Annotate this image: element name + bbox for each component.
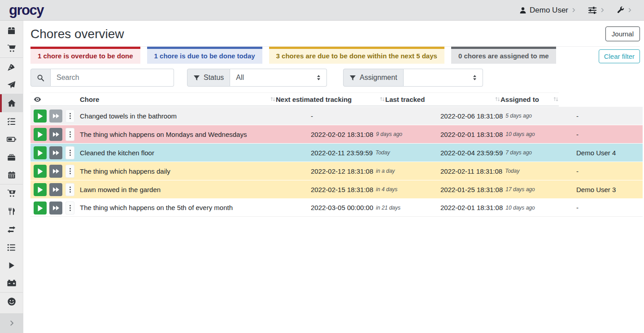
table-row: Lawn mowed in the garden 2022-02-15 18:3… xyxy=(30,180,643,198)
sidebar-item-purchase[interactable] xyxy=(0,184,23,202)
toolbox-icon xyxy=(7,153,16,162)
last-tracked-value: 2022-02-01 18:31:08 xyxy=(440,204,503,211)
chevron-right-icon xyxy=(571,8,576,13)
track-chore-button[interactable] xyxy=(34,165,47,178)
table-row: The thing which happens daily 2022-02-12… xyxy=(30,162,643,180)
sidebar-item-user-dashboard[interactable] xyxy=(0,293,23,311)
table-header: Chore Next estimated tracking Last track… xyxy=(30,92,559,106)
banner-due-soon[interactable]: 3 chores are due to be done within the n… xyxy=(269,47,444,64)
banner-overdue[interactable]: 1 chore is overdue to be done xyxy=(30,47,140,64)
last-tracked-value: 2022-02-06 18:31:08 xyxy=(440,112,503,120)
sidebar-item-tasks[interactable] xyxy=(0,112,23,130)
row-menu-button[interactable] xyxy=(65,165,74,178)
clear-filter-button[interactable]: Clear filter xyxy=(599,49,640,63)
sliders-icon xyxy=(588,6,597,15)
chore-name[interactable]: The thing which happens on the 5th of ev… xyxy=(80,199,233,216)
last-tracked-relative: 5 days ago xyxy=(505,113,532,119)
assigned-to-value: - xyxy=(576,107,579,125)
assigned-to-value: - xyxy=(576,162,579,180)
chevron-right-icon xyxy=(9,320,15,326)
assignment-select[interactable] xyxy=(404,69,483,87)
skip-chore-button[interactable] xyxy=(49,183,62,196)
track-chore-button[interactable] xyxy=(34,202,47,215)
sidebar-item-battery-tracking[interactable] xyxy=(0,274,23,292)
chore-name[interactable]: Changed towels in the bathroom xyxy=(80,107,177,125)
status-filter-label-box: Status xyxy=(187,69,230,87)
skip-chore-button[interactable] xyxy=(49,146,62,159)
paper-plane-icon xyxy=(7,81,16,89)
assignment-filter-label: Assignment xyxy=(360,74,397,82)
chore-name[interactable]: The thing which happens on Mondays and W… xyxy=(80,125,247,143)
eye-icon xyxy=(34,96,41,103)
next-tracking-value: 2022-02-11 23:59:59 xyxy=(311,149,373,157)
status-select[interactable]: All xyxy=(230,69,327,87)
skip-chore-button[interactable] xyxy=(49,110,62,123)
assigned-to-value: Demo User 4 xyxy=(576,144,616,162)
search-input[interactable] xyxy=(51,69,174,87)
banner-assigned-to-me[interactable]: 0 chores are assigned to me xyxy=(451,47,556,64)
row-menu-button[interactable] xyxy=(65,202,74,215)
banner-due-today[interactable]: 1 chore is due to be done today xyxy=(147,47,262,64)
settings-menu[interactable] xyxy=(588,6,605,15)
skip-chore-button[interactable] xyxy=(49,202,62,215)
row-menu-button[interactable] xyxy=(65,110,74,123)
sidebar-item-calendar[interactable] xyxy=(0,166,23,184)
car-battery-icon xyxy=(7,279,16,288)
chore-name[interactable]: Lawn mowed in the garden xyxy=(80,180,161,198)
assignment-filter-label-box: Assignment xyxy=(343,69,404,87)
sidebar-item-shopping-list[interactable] xyxy=(0,39,23,57)
sidebar-item-consume[interactable] xyxy=(0,202,23,220)
skip-chore-button[interactable] xyxy=(49,128,62,141)
status-banners: 1 chore is overdue to be done 1 chore is… xyxy=(30,47,640,64)
header-last-tracked[interactable]: Last tracked xyxy=(385,93,500,105)
column-visibility-button[interactable] xyxy=(34,93,44,105)
table-row: Cleaned the kitchen floor 2022-02-11 23:… xyxy=(30,143,643,162)
row-menu-button[interactable] xyxy=(65,146,74,159)
home-icon xyxy=(7,99,16,108)
track-chore-button[interactable] xyxy=(34,146,47,159)
chore-name[interactable]: The thing which happens daily xyxy=(80,162,170,180)
next-tracking-value: 2022-02-02 18:31:08 xyxy=(311,131,373,138)
header-next-estimated-tracking[interactable]: Next estimated tracking xyxy=(276,93,385,105)
grocy-logo[interactable]: grocy xyxy=(9,2,44,18)
status-select-value: All xyxy=(236,74,244,82)
select-arrows-icon xyxy=(316,74,322,81)
sidebar-item-inventory[interactable] xyxy=(0,238,23,256)
sidebar-item-chores-overview[interactable] xyxy=(0,94,23,112)
sort-icon xyxy=(270,96,276,102)
sidebar-item-stock[interactable] xyxy=(0,22,23,39)
chevron-right-icon xyxy=(600,8,605,13)
search-icon-box xyxy=(30,69,51,87)
sidebar-collapse-toggle[interactable] xyxy=(0,313,23,333)
box-icon xyxy=(7,26,16,35)
battery-icon xyxy=(7,135,16,144)
assigned-to-value: - xyxy=(576,125,579,143)
chore-name[interactable]: Cleaned the kitchen floor xyxy=(80,144,154,162)
sidebar-item-meal-plan[interactable] xyxy=(0,76,23,94)
sidebar-item-transfer[interactable] xyxy=(0,220,23,238)
sidebar-item-recipes[interactable] xyxy=(0,58,23,76)
header-assigned-to[interactable]: Assigned to xyxy=(500,93,559,105)
row-menu-button[interactable] xyxy=(65,128,74,141)
last-tracked-relative: 10 days ago xyxy=(505,131,535,137)
cart-plus-icon xyxy=(7,189,16,198)
user-menu[interactable]: Demo User xyxy=(519,6,576,15)
sort-icon xyxy=(495,96,500,102)
track-chore-button[interactable] xyxy=(34,110,47,123)
next-tracking-relative: in 21 days xyxy=(376,205,400,211)
filter-icon xyxy=(193,74,200,81)
admin-menu[interactable] xyxy=(617,6,632,14)
row-menu-button[interactable] xyxy=(65,183,74,196)
track-chore-button[interactable] xyxy=(34,128,47,141)
header-chore[interactable]: Chore xyxy=(80,93,276,105)
skip-chore-button[interactable] xyxy=(49,165,62,178)
journal-button[interactable]: Journal xyxy=(605,26,640,41)
table-row: The thing which happens on Mondays and W… xyxy=(30,125,643,143)
sidebar-item-chore-tracking[interactable] xyxy=(0,256,23,274)
sidebar-item-batteries[interactable] xyxy=(0,130,23,148)
track-chore-button[interactable] xyxy=(34,183,47,196)
sidebar-item-equipment[interactable] xyxy=(0,148,23,166)
wrench-icon xyxy=(617,6,624,14)
chores-table: Chore Next estimated tracking Last track… xyxy=(30,92,643,217)
next-tracking-value: 2022-02-12 18:31:08 xyxy=(311,167,373,175)
